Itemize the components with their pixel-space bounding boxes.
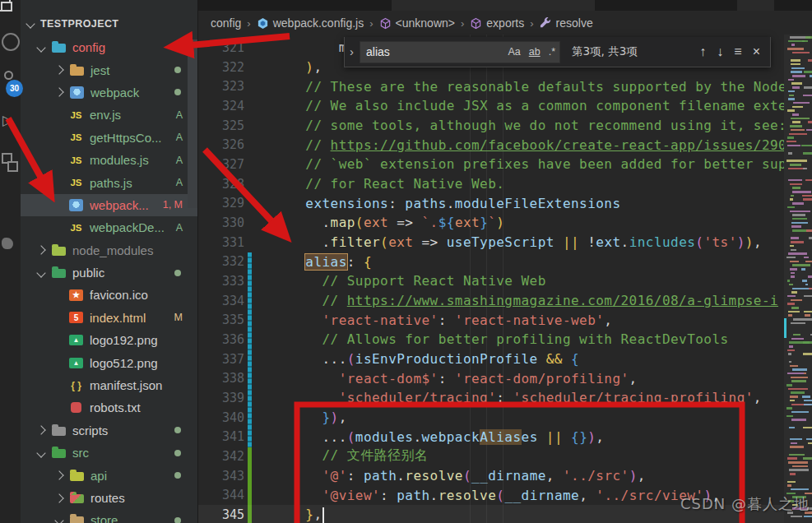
tree-item-src[interactable]: src [21, 442, 197, 464]
find-in-selection-button[interactable]: ≡ [734, 45, 741, 58]
code-line-342[interactable]: 342 // 文件路径别名 [198, 447, 785, 466]
tree-item-logo512-png[interactable]: ▲logo512.png [21, 351, 197, 373]
code-token: 'react-dom$' [339, 371, 438, 386]
project-title: TESTPROJECT [40, 18, 118, 30]
chevron-down-icon[interactable] [54, 516, 63, 523]
tree-item-routes[interactable]: routes [21, 487, 197, 509]
tree-item-config[interactable]: config [21, 36, 197, 58]
chevron-right-icon[interactable] [54, 493, 63, 502]
whole-word-toggle[interactable]: ab [525, 44, 545, 59]
code-line-331[interactable]: 331 .filter(ext => useTypeScript || !ext… [198, 233, 785, 252]
breadcrumb-item[interactable]: resolve [556, 16, 593, 30]
breadcrumb-item[interactable]: exports [486, 16, 524, 30]
minimap-line [791, 237, 799, 239]
chevron-right-icon[interactable] [54, 470, 63, 479]
code-line-334[interactable]: 334 // https://www.smashingmagazine.com/… [198, 291, 785, 311]
chevron-right-icon[interactable] [54, 88, 63, 97]
source-control-icon[interactable] [4, 71, 13, 80]
chevron-down-icon[interactable] [36, 448, 45, 457]
code-line-328[interactable]: 328 // for React Native Web. [198, 174, 785, 194]
tree-item-api[interactable]: api [21, 464, 197, 486]
tree-item-scripts[interactable]: scripts [21, 419, 197, 442]
minimap-line [805, 284, 808, 286]
tree-item-robots-txt[interactable]: robots.txt [21, 396, 197, 419]
tab-bar[interactable] [198, 0, 812, 11]
code-token: , [339, 410, 347, 425]
code-line-343[interactable]: 343 '@': path.resolve(__dirname, '../src… [198, 466, 785, 486]
tree-item-logo192-png[interactable]: ▲logo192.png [21, 329, 197, 351]
code-token [538, 429, 546, 445]
explorer-section-header[interactable]: TESTPROJECT [21, 13, 197, 35]
tree-item-env-js[interactable]: JSenv.jsA [21, 104, 197, 126]
code-line-338[interactable]: 338 'react-dom$': 'react-dom/profiling', [198, 368, 785, 388]
tree-item-jest[interactable]: jest [21, 58, 197, 81]
code-line-341[interactable]: 341 ...(modules.webpackAliases || {}), [198, 427, 785, 447]
minimap-line [808, 59, 812, 62]
minimap-line [791, 225, 802, 228]
regex-toggle[interactable]: .* [545, 44, 559, 59]
minimap-line [787, 373, 804, 375]
code-line-335[interactable]: 335 'react-native': 'react-native-web', [198, 310, 785, 330]
code-line-324[interactable]: 324 // We also include JSX as a common c… [198, 96, 785, 116]
tree-item-favicon-ico[interactable]: ★favicon.ico [21, 284, 197, 306]
chevron-down-icon[interactable] [36, 268, 45, 277]
code-line-340[interactable]: 340 }), [198, 408, 785, 428]
tree-item-modules-js[interactable]: JSmodules.jsA [21, 149, 197, 171]
minimap-line [791, 307, 799, 309]
code-line-336[interactable]: 336 // Allows for better profiling with … [198, 330, 785, 349]
minimap-line [806, 229, 812, 232]
line-content: }), [244, 410, 347, 425]
close-find-button[interactable]: × [753, 45, 760, 58]
code-line-329[interactable]: 329 extensions: paths.moduleFileExtensio… [198, 193, 785, 213]
match-case-toggle[interactable]: Aa [503, 44, 524, 59]
code-viewport[interactable]: 321 m322 ),323 // These are the reasonab… [198, 35, 785, 523]
minimap-line [789, 427, 796, 429]
find-input[interactable] [360, 44, 503, 59]
tree-item-webpackde-[interactable]: JSwebpackDe...A [21, 216, 197, 238]
extensions-icon-part [7, 161, 18, 172]
sidebar-scrollbar[interactable] [188, 39, 197, 208]
file-label: webpack... [90, 198, 149, 212]
minimap[interactable] [784, 35, 812, 523]
code-line-326[interactable]: 326 // https://github.com/facebook/creat… [198, 135, 785, 155]
tree-item-index-html[interactable]: 5index.htmlM [21, 307, 197, 329]
tree-item-manifest-json[interactable]: { }manifest.json [21, 374, 197, 396]
line-number: 344 [198, 488, 244, 502]
breadcrumb-item[interactable]: webpack.config.js [273, 16, 364, 30]
code-line-327[interactable]: 327 // `web` extension prefixes have bee… [198, 155, 785, 174]
previous-match-button[interactable]: ↑ [699, 45, 706, 58]
chevron-right-icon[interactable] [36, 426, 45, 435]
tree-item-paths-js[interactable]: JSpaths.jsA [21, 171, 197, 193]
file-label: modules.js [90, 153, 149, 167]
find-collapse-chevron[interactable]: › [345, 44, 360, 60]
line-number: 339 [198, 391, 244, 405]
minimap-line [805, 261, 812, 263]
minimap-line [790, 400, 795, 402]
code-line-337[interactable]: 337 ...(isEnvProductionProfile && { [198, 349, 785, 369]
tree-item-webpack-[interactable]: webpack...1, M [21, 194, 197, 216]
tree-item-gethttpsco-[interactable]: JSgetHttpsCo...A [21, 127, 197, 149]
tree-item-public[interactable]: public [21, 262, 197, 284]
git-status-badge: A [176, 109, 183, 121]
code-line-333[interactable]: 333 // Support React Native Web [198, 271, 785, 291]
search-icon[interactable] [2, 33, 20, 51]
line-content: // We also include JSX as a common compo… [244, 98, 785, 113]
tree-item-node-modules[interactable]: node_modules [21, 239, 197, 262]
next-match-button[interactable]: ↓ [717, 45, 723, 58]
breadcrumb-item[interactable]: config [211, 16, 241, 30]
breadcrumb-item[interactable]: <unknown> [396, 16, 455, 30]
find-results-count: 第3项, 共3项 [572, 44, 638, 59]
code-line-323[interactable]: 323 // These are the reasonable defaults… [198, 76, 785, 96]
plugin-icon[interactable] [2, 238, 13, 249]
tree-item-store[interactable]: store [21, 509, 197, 523]
chevron-right-icon[interactable] [54, 65, 63, 74]
code-token [272, 312, 322, 328]
code-line-332[interactable]: 332 alias: { [198, 252, 785, 271]
chevron-right-icon[interactable] [36, 246, 45, 255]
chevron-down-icon[interactable] [36, 43, 45, 52]
code-line-339[interactable]: 339 'scheduler/tracing': 'scheduler/trac… [198, 388, 785, 408]
code-line-325[interactable]: 325 // some tools, although we do not re… [198, 116, 785, 136]
code-line-330[interactable]: 330 .map(ext => `.${ext}`) [198, 213, 785, 233]
run-debug-icon[interactable]: ▷ [2, 112, 13, 129]
tree-item-webpack[interactable]: webpack [21, 81, 197, 104]
